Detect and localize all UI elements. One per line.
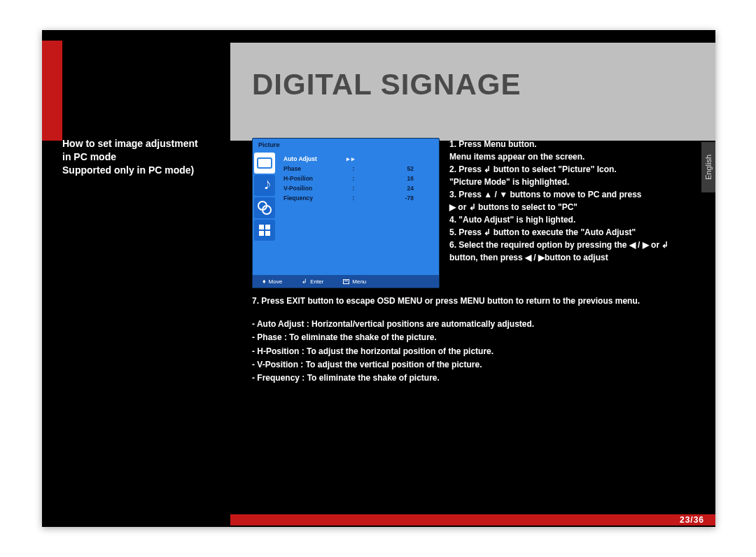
osd-row-value: 52 [360, 164, 435, 174]
instruction-line: 4. "Auto Adjust" is high lighted. [449, 213, 696, 226]
settings-icon [254, 197, 275, 218]
osd-row-label: Auto Adjust [284, 154, 346, 164]
osd-row-value: 24 [360, 183, 435, 193]
osd-row: H-Posilion : 16 [284, 174, 435, 183]
language-tab: English [701, 142, 715, 192]
sound-icon: 𝅘𝅥𝅮 [254, 175, 275, 196]
red-accent-stripe [42, 41, 62, 141]
osd-row-label: Phase [284, 164, 346, 174]
manual-page: DIGITAL SIGNAGE How to set image adjustm… [42, 30, 715, 527]
osd-row-label: H-Posilion [284, 174, 346, 183]
footer-stripe [230, 514, 715, 526]
section-heading: How to set image adjustment in PC mode S… [62, 137, 223, 177]
osd-body: 𝅘𝅥𝅮 Auto Adjust ▸▸ Phase : 52 H-Posilion… [253, 151, 439, 275]
section-heading-line: How to set image adjustment [62, 138, 198, 149]
language-label: English [704, 155, 713, 180]
osd-row: Auto Adjust ▸▸ [284, 154, 435, 164]
instruction-line: button, then press ◀ / ▶button to adjust [449, 251, 696, 264]
osd-row: Fiequency : -78 [284, 193, 435, 203]
instruction-line: 1. Press Menu button. [449, 138, 696, 150]
osd-menu-title: Picture [253, 139, 439, 148]
page-number: 23/36 [680, 514, 704, 526]
osd-row-label: V-Posilion [284, 183, 346, 193]
instruction-line: Menu items appear on the screen. [449, 150, 696, 163]
instruction-steps: 1. Press Menu button. Menu items appear … [449, 138, 696, 264]
definition-line: - Auto Adjust : Horizontal/vertical posi… [252, 318, 700, 331]
instruction-line: 6. Select the required option by pressin… [449, 239, 696, 251]
osd-footer-menu: Menu [343, 278, 366, 285]
osd-row-arrows: ▸▸ [346, 154, 356, 164]
definition-line: - Phase : To eliminate the shake of the … [252, 331, 700, 344]
section-heading-line: Supported only in PC mode) [62, 164, 194, 176]
instruction-line: 2. Press ↲ button to select "Picture" Ic… [449, 163, 696, 176]
osd-row: V-Posilion : 24 [284, 183, 435, 193]
osd-row: Phase : 52 [284, 164, 435, 174]
definition-line: - Frequency : To eliminate the shake of … [252, 372, 700, 385]
page-title: DIGITAL SIGNAGE [252, 68, 521, 101]
osd-row-value: -78 [360, 193, 435, 203]
section-heading-line: in PC mode [62, 151, 116, 162]
instruction-line: 5. Press ↲ button to execute the "Auto A… [449, 226, 696, 239]
definition-line: - V-Position : To adjust the vertical po… [252, 358, 700, 372]
instruction-line: 7. Press EXIT button to escape OSD MENU … [252, 295, 700, 308]
osd-row-value: 16 [360, 174, 435, 183]
osd-icon-strip: 𝅘𝅥𝅮 [253, 151, 276, 275]
osd-content: Auto Adjust ▸▸ Phase : 52 H-Posilion : 1… [276, 151, 439, 275]
osd-footer: ♦Move ↲Enter Menu [253, 275, 439, 288]
osd-footer-enter: ↲Enter [302, 278, 323, 285]
instruction-continuation: 7. Press EXIT button to escape OSD MENU … [252, 295, 700, 385]
instruction-line: 3. Press ▲ / ▼ buttons to move to PC and… [449, 188, 696, 201]
instruction-line: ▶ or ↲ buttons to select to "PC" [449, 201, 696, 213]
layout-icon [254, 220, 275, 241]
instruction-line: "Picture Mode" is highlighted. [449, 176, 696, 188]
osd-row-label: Fiequency [284, 193, 346, 203]
osd-screenshot: Picture 𝅘𝅥𝅮 Auto Adjust ▸▸ Phase : 52 [252, 138, 440, 288]
definition-line: - H-Position : To adjust the horizontal … [252, 345, 700, 358]
picture-icon [254, 153, 275, 174]
osd-footer-move: ♦Move [262, 278, 282, 285]
